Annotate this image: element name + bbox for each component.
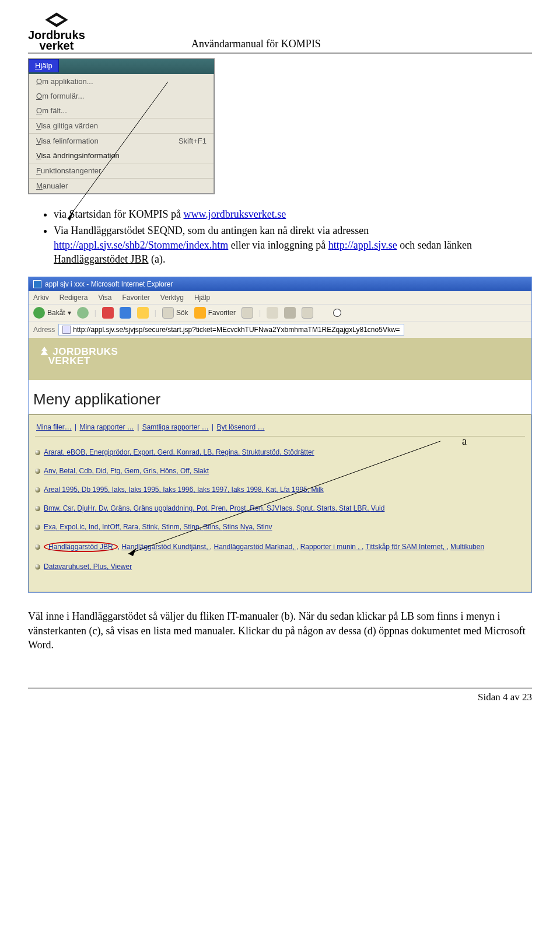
- ie-menu-item[interactable]: Redigera: [60, 294, 88, 302]
- page-header: Jordbruks verket Användarmanual för KOMP…: [28, 12, 532, 54]
- app-link[interactable]: Pren: [211, 504, 230, 512]
- link-shb2[interactable]: http://appl.sjv.se/shb2/Stomme/index.htm: [54, 239, 228, 251]
- app-link[interactable]: Dv: [99, 504, 110, 512]
- app-link[interactable]: Iaks: [112, 486, 129, 494]
- app-link[interactable]: Regina: [216, 448, 242, 456]
- app-link[interactable]: Strukturstöd: [242, 448, 284, 456]
- app-link[interactable]: LB: [204, 448, 216, 456]
- app-link[interactable]: Off: [180, 467, 193, 475]
- help-menu-button[interactable]: Hjälp: [29, 59, 59, 72]
- app-link[interactable]: Ftg: [110, 467, 124, 475]
- app-link[interactable]: Stins: [203, 523, 222, 531]
- app-link[interactable]: Bmw: [44, 504, 63, 512]
- app-link[interactable]: Stins Nya: [223, 523, 257, 531]
- app-link[interactable]: Lfa 1995: [280, 486, 311, 494]
- top-link[interactable]: Mina filer…: [36, 423, 72, 431]
- history-icon[interactable]: [242, 307, 253, 319]
- stop-icon[interactable]: [102, 307, 114, 319]
- app-link[interactable]: Stinm: [162, 523, 183, 531]
- app-link[interactable]: Milk: [311, 486, 323, 494]
- app-link[interactable]: Stink: [142, 523, 162, 531]
- app-link[interactable]: Iaks 1995: [128, 486, 163, 494]
- link-row: ExaExpoLicIndIntOffRaraStinkStinmStinpSt…: [35, 523, 525, 531]
- mail-icon[interactable]: [267, 307, 278, 319]
- link-applsjv[interactable]: http://appl.sjv.se: [328, 239, 397, 251]
- app-link[interactable]: Prost: [230, 504, 250, 512]
- back-button[interactable]: Bakåt ▾: [33, 307, 71, 319]
- star-icon: [194, 307, 206, 319]
- app-link[interactable]: Gris: [144, 467, 160, 475]
- app-link[interactable]: Energigrödor: [89, 448, 133, 456]
- app-link[interactable]: ExpoLic: [60, 523, 88, 531]
- top-link[interactable]: Samtliga rapporter …: [142, 423, 209, 431]
- link-handlaggarstod-jbr[interactable]: Handläggarstöd JBR: [48, 543, 113, 551]
- app-link[interactable]: Kat: [265, 486, 280, 494]
- app-link[interactable]: Handläggarstöd Marknad: [214, 543, 296, 551]
- app-link[interactable]: Areal 1995: [44, 486, 82, 494]
- edit-icon[interactable]: [302, 307, 313, 319]
- app-link[interactable]: DjuHr: [77, 504, 99, 512]
- ie-menubar: ArkivRedigeraVisaFavoriterVerktygHjälp: [29, 291, 531, 304]
- app-link[interactable]: Multikuben: [450, 543, 484, 551]
- app-link[interactable]: Datavaruhuset: [44, 563, 93, 571]
- app-link[interactable]: Plus: [93, 563, 111, 571]
- app-link[interactable]: Pot: [197, 504, 211, 512]
- app-link[interactable]: Stat LBR: [339, 504, 371, 512]
- app-link[interactable]: Csr: [63, 504, 78, 512]
- favorites-button[interactable]: Favoriter: [194, 307, 236, 319]
- body-paragraph: Väl inne i Handläggarstödet så väljer du…: [28, 609, 532, 652]
- app-link[interactable]: SJVIacs: [267, 504, 296, 512]
- app-link[interactable]: Anv: [44, 467, 59, 475]
- app-link[interactable]: Db 1995: [82, 486, 112, 494]
- app-link[interactable]: Ind: [89, 523, 102, 531]
- diamond-icon[interactable]: [331, 307, 343, 319]
- app-link[interactable]: Iaks 1996: [163, 486, 197, 494]
- app-link[interactable]: Export: [133, 448, 157, 456]
- app-link[interactable]: Stinv: [257, 523, 272, 531]
- app-link[interactable]: Slakt: [193, 467, 209, 475]
- print-icon[interactable]: [284, 307, 296, 319]
- forward-icon[interactable]: [77, 307, 89, 319]
- app-link[interactable]: Ararat: [44, 448, 66, 456]
- app-link[interactable]: Handläggarstöd Kundtjänst: [121, 543, 209, 551]
- ie-menu-item[interactable]: Hjälp: [194, 294, 210, 302]
- search-button[interactable]: Sök: [162, 307, 188, 319]
- ie-menu-item[interactable]: Verktyg: [160, 294, 184, 302]
- app-link[interactable]: Stinp: [183, 523, 203, 531]
- app-link[interactable]: Did: [96, 467, 110, 475]
- app-link[interactable]: Gem: [124, 467, 144, 475]
- app-link[interactable]: Betal: [59, 467, 79, 475]
- app-link[interactable]: Höns: [160, 467, 180, 475]
- app-link[interactable]: Konrad: [177, 448, 203, 456]
- menu-screenshot: Hjälp Om applikation...Om formulär...Om …: [28, 58, 532, 194]
- app-link[interactable]: Rara: [123, 523, 142, 531]
- app-link[interactable]: Stödrätter: [284, 448, 314, 456]
- app-link[interactable]: Vuid: [371, 504, 385, 512]
- app-link[interactable]: eBOB: [66, 448, 89, 456]
- app-link[interactable]: Gräns uppladdning: [134, 504, 197, 512]
- app-link[interactable]: Cdb: [79, 467, 96, 475]
- ie-menu-item[interactable]: Visa: [98, 294, 111, 302]
- app-link[interactable]: Viewer: [111, 563, 132, 571]
- app-link[interactable]: Exa: [44, 523, 60, 531]
- app-link[interactable]: Starts: [317, 504, 339, 512]
- app-link[interactable]: Gerd: [158, 448, 177, 456]
- address-input[interactable]: http://appl.sjv.se/sjvjsp/secure/start.j…: [58, 324, 404, 336]
- bullet-icon: [35, 544, 40, 550]
- sjv-banner: JORDBRUKS VERKET: [29, 338, 531, 380]
- top-link[interactable]: Mina rapporter …: [79, 423, 134, 431]
- annotation-a: a: [462, 435, 467, 448]
- home-icon[interactable]: [137, 307, 149, 319]
- app-link[interactable]: Sprut: [296, 504, 317, 512]
- refresh-icon[interactable]: [120, 307, 131, 319]
- app-link[interactable]: Ren: [250, 504, 267, 512]
- ie-menu-item[interactable]: Arkiv: [33, 294, 49, 302]
- app-link[interactable]: Rapporter i munin: [300, 543, 362, 551]
- top-link[interactable]: Byt lösenord …: [217, 423, 265, 431]
- app-link[interactable]: Gräns: [111, 504, 134, 512]
- app-link[interactable]: Iaks 1998: [232, 486, 266, 494]
- app-link[interactable]: Iaks 1997: [197, 486, 232, 494]
- app-link[interactable]: IntOff: [102, 523, 123, 531]
- app-link[interactable]: Tittskåp för SAM Internet: [365, 543, 446, 551]
- ie-menu-item[interactable]: Favoriter: [123, 294, 150, 302]
